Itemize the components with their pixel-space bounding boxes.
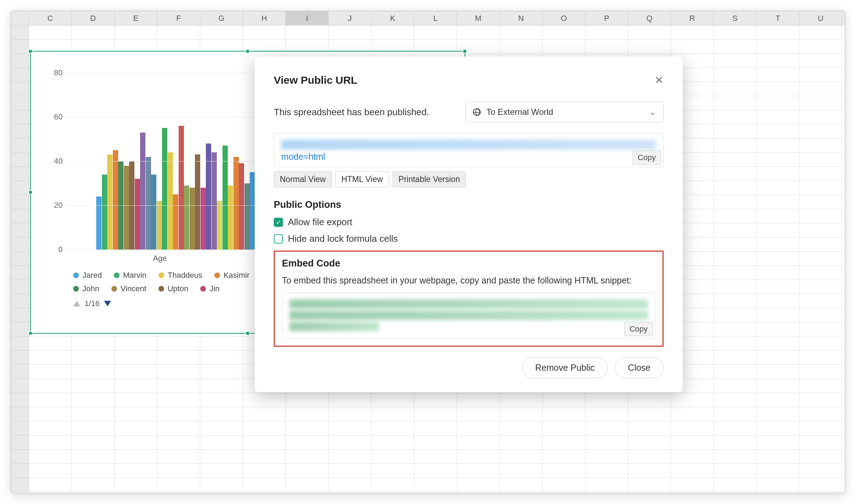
cell[interactable] xyxy=(714,54,757,68)
bar-S27[interactable] xyxy=(239,163,244,250)
cell[interactable] xyxy=(286,478,329,492)
cell[interactable] xyxy=(714,266,757,280)
cell[interactable] xyxy=(72,365,115,379)
public-url-field[interactable]: mode=html Copy xyxy=(274,133,664,167)
column-header-T[interactable]: T xyxy=(757,11,799,25)
cell[interactable] xyxy=(799,450,842,464)
legend-item-Jared[interactable]: Jared xyxy=(73,271,102,280)
cell[interactable] xyxy=(286,435,329,450)
cell[interactable] xyxy=(757,421,799,435)
column-header-N[interactable]: N xyxy=(500,11,543,25)
column-header-R[interactable]: R xyxy=(671,11,714,25)
column-header-L[interactable]: L xyxy=(414,11,457,25)
row-header[interactable] xyxy=(11,68,29,82)
cell[interactable] xyxy=(799,351,842,365)
resize-handle[interactable] xyxy=(28,331,33,335)
cell[interactable] xyxy=(243,25,286,40)
cell[interactable] xyxy=(757,82,799,96)
cell[interactable] xyxy=(757,181,799,195)
cell[interactable] xyxy=(243,407,286,421)
legend-item-Kasimir[interactable]: Kasimir xyxy=(214,271,249,280)
bar-S10[interactable] xyxy=(146,157,151,250)
cell[interactable] xyxy=(115,336,157,351)
cell[interactable] xyxy=(757,96,799,110)
cell[interactable] xyxy=(714,82,757,96)
cell[interactable] xyxy=(714,40,757,54)
cell[interactable] xyxy=(329,478,371,492)
cell[interactable] xyxy=(714,68,757,82)
cell[interactable] xyxy=(714,252,757,266)
row-header[interactable] xyxy=(11,54,29,68)
cell[interactable] xyxy=(29,478,72,492)
cell[interactable] xyxy=(200,351,243,365)
cell[interactable] xyxy=(414,407,457,421)
cell[interactable] xyxy=(500,478,543,492)
bar-S28[interactable] xyxy=(244,183,250,250)
allow-export-option[interactable]: ✓ Allow file export xyxy=(274,217,664,228)
cell[interactable] xyxy=(243,421,286,435)
cell[interactable] xyxy=(799,322,842,336)
row-header[interactable] xyxy=(11,181,29,195)
row-header[interactable] xyxy=(11,379,29,393)
cell[interactable] xyxy=(115,421,157,435)
cell[interactable] xyxy=(757,252,799,266)
row-header[interactable] xyxy=(11,25,29,40)
cell[interactable] xyxy=(757,308,799,322)
cell[interactable] xyxy=(714,379,757,393)
bar-S19[interactable] xyxy=(195,154,200,250)
cell[interactable] xyxy=(799,139,842,153)
cell[interactable] xyxy=(371,464,414,478)
cell[interactable] xyxy=(757,435,799,450)
row-header[interactable] xyxy=(11,195,29,209)
bar-S15[interactable] xyxy=(173,194,178,250)
cell[interactable] xyxy=(757,223,799,238)
cell[interactable] xyxy=(714,280,757,294)
cell[interactable] xyxy=(200,379,243,393)
cell[interactable] xyxy=(157,379,200,393)
cell[interactable] xyxy=(671,435,714,450)
bar-S22[interactable] xyxy=(212,152,217,250)
legend-item-Jin[interactable]: Jin xyxy=(200,284,219,293)
row-header[interactable] xyxy=(11,124,29,139)
cell[interactable] xyxy=(799,421,842,435)
row-header[interactable] xyxy=(11,464,29,478)
legend-item-John[interactable]: John xyxy=(73,284,99,293)
cell[interactable] xyxy=(714,450,757,464)
cell[interactable] xyxy=(714,25,757,40)
bar-Jared[interactable] xyxy=(96,197,102,250)
cell[interactable] xyxy=(29,351,72,365)
cell[interactable] xyxy=(543,464,585,478)
cell[interactable] xyxy=(329,407,371,421)
cell[interactable] xyxy=(157,336,200,351)
cell[interactable] xyxy=(757,54,799,68)
cell[interactable] xyxy=(329,25,371,40)
cell[interactable] xyxy=(157,478,200,492)
cell[interactable] xyxy=(714,294,757,308)
cell[interactable] xyxy=(157,407,200,421)
cell[interactable] xyxy=(757,393,799,407)
cell[interactable] xyxy=(329,435,371,450)
cell[interactable] xyxy=(799,40,842,54)
row-header[interactable] xyxy=(11,450,29,464)
cell[interactable] xyxy=(500,464,543,478)
cell[interactable] xyxy=(799,82,842,96)
cell[interactable] xyxy=(457,464,500,478)
bar-S17[interactable] xyxy=(184,186,189,250)
row-header[interactable] xyxy=(11,139,29,153)
cell[interactable] xyxy=(157,25,200,40)
row-header[interactable] xyxy=(11,223,29,238)
cell[interactable] xyxy=(500,407,543,421)
row-header[interactable] xyxy=(11,478,29,492)
row-header[interactable] xyxy=(11,435,29,450)
cell[interactable] xyxy=(799,181,842,195)
cell[interactable] xyxy=(714,407,757,421)
hide-lock-formula-option[interactable]: Hide and lock formula cells xyxy=(274,233,664,244)
row-header[interactable] xyxy=(11,252,29,266)
checkbox-checked-icon[interactable]: ✓ xyxy=(274,218,283,227)
cell[interactable] xyxy=(286,25,329,40)
pager-next-icon[interactable] xyxy=(104,301,111,306)
copy-url-button[interactable]: Copy xyxy=(632,151,661,165)
cell[interactable] xyxy=(200,435,243,450)
cell[interactable] xyxy=(628,450,671,464)
cell[interactable] xyxy=(457,421,500,435)
